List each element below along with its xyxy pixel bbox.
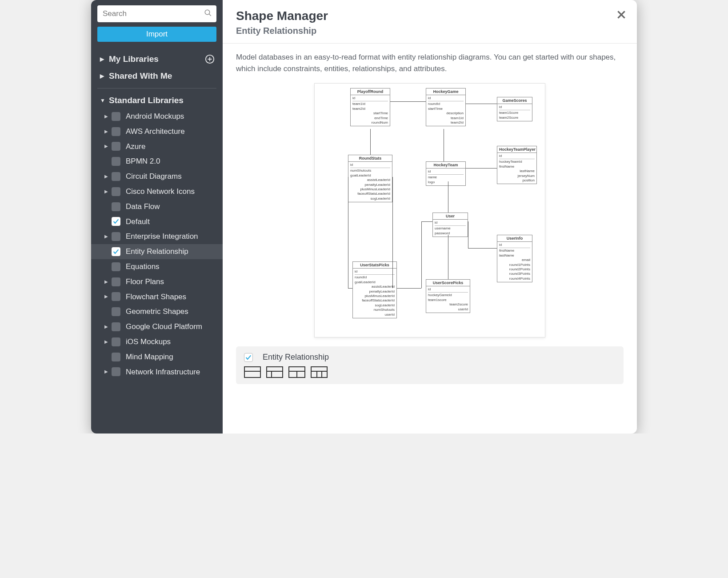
library-checkbox[interactable] [112,232,120,241]
caret-right-icon: ▶ [104,279,112,285]
library-label: Default [126,217,150,227]
section-label: Shared With Me [109,71,172,81]
entity-shape-4[interactable] [311,366,328,378]
library-item[interactable]: ▶Network Infrastructure [91,365,223,380]
er-entity: HockeyGameidroundIdstartTimedescriptiont… [426,88,466,126]
library-label: Geometric Shapes [126,306,188,317]
caret-right-icon: ▶ [104,293,112,300]
description-text: Model databases in an easy-to-read forma… [236,52,624,74]
library-label: Floor Plans [126,277,164,287]
import-button[interactable]: Import [97,27,216,42]
caret-right-icon: ▶ [104,173,112,180]
library-item[interactable]: ▶Cisco Network Icons [91,184,223,199]
library-label: Entity Relationship [126,246,188,257]
library-checkbox[interactable] [112,172,120,181]
er-entity: HockeyTeamidnamelogo [426,161,466,186]
library-checkbox[interactable] [112,353,120,361]
library-label: Google Cloud Platform [126,321,202,332]
section-standard-libraries[interactable]: ▼ Standard Libraries [91,92,223,109]
library-item[interactable]: ▶Azure [91,139,223,154]
library-checkbox[interactable] [112,112,120,121]
library-checkbox[interactable] [112,187,120,196]
library-label: Circuit Diagrams [126,171,182,182]
library-item[interactable]: Data Flow [91,199,223,214]
library-item[interactable]: Default [91,214,223,229]
library-label: BPMN 2.0 [126,156,160,167]
main-header: Shape Manager Entity Relationship [223,0,637,44]
library-tree: ▶ My Libraries ▶ Shared With Me ▼ Standa… [91,48,223,434]
library-label: Azure [126,141,145,152]
caret-right-icon: ▶ [104,189,112,195]
library-item[interactable]: ▶Circuit Diagrams [91,169,223,184]
library-item[interactable]: ▶AWS Architecture [91,124,223,139]
library-checkbox[interactable] [112,292,120,301]
shape-manager-dialog: Import ▶ My Libraries ▶ Shared With Me ▼… [91,0,637,434]
shape-group-label: Entity Relationship [263,353,329,362]
search-wrap [91,5,223,22]
er-diagram-preview: PlayoffRoundidteam1Idteam2IdstartTimeend… [314,83,545,337]
section-shared-with-me[interactable]: ▶ Shared With Me [91,68,223,84]
divider [97,88,216,88]
er-entity: UserStatsPicksidroundIdgoalLeaderIdassis… [352,261,397,318]
caret-right-icon: ▶ [104,143,112,149]
shape-icons-row [244,366,616,378]
section-my-libraries[interactable]: ▶ My Libraries [91,51,223,68]
library-item[interactable]: ▶iOS Mockups [91,334,223,349]
library-label: Cisco Network Icons [126,186,195,197]
library-checkbox[interactable] [112,217,120,226]
caret-right-icon: ▶ [100,73,106,79]
page-subtitle: Entity Relationship [236,26,624,36]
search-input[interactable] [97,5,216,22]
er-entity: UserScorePicksidhockeyGameIdteam1scorete… [426,279,470,313]
library-item[interactable]: ▶Flowchart Shapes [91,289,223,305]
entity-shape-1[interactable] [244,366,261,378]
shape-group-header: Entity Relationship [244,353,616,362]
library-checkbox[interactable] [112,247,120,256]
library-checkbox[interactable] [112,142,120,151]
library-checkbox[interactable] [112,202,120,211]
library-item[interactable]: ▶Google Cloud Platform [91,319,223,334]
caret-right-icon: ▶ [104,339,112,345]
library-checkbox[interactable] [112,262,120,271]
caret-right-icon: ▶ [104,113,112,120]
library-checkbox[interactable] [112,367,120,376]
library-checkbox[interactable] [112,322,120,331]
caret-right-icon: ▶ [104,128,112,135]
sidebar: Import ▶ My Libraries ▶ Shared With Me ▼… [91,0,223,434]
library-item[interactable]: ▶Android Mockups [91,109,223,124]
close-button[interactable] [616,9,627,22]
er-entity: Useridusernamepassword [432,213,468,237]
library-item[interactable]: ▶Floor Plans [91,274,223,289]
caret-right-icon: ▶ [104,369,112,375]
library-label: iOS Mockups [126,337,171,347]
library-checkbox[interactable] [112,127,120,136]
library-item[interactable]: Mind Mapping [91,349,223,365]
caret-right-icon: ▶ [104,233,112,240]
library-label: Android Mockups [126,111,184,122]
library-checkbox[interactable] [112,307,120,316]
library-checkbox[interactable] [112,157,120,166]
library-checkbox[interactable] [112,337,120,346]
section-label: My Libraries [109,54,159,64]
main-body: Model databases in an easy-to-read forma… [223,44,637,434]
shape-group-checkbox[interactable] [244,353,253,362]
library-item[interactable]: Geometric Shapes [91,304,223,319]
library-label: AWS Architecture [126,126,185,137]
add-library-button[interactable] [205,54,215,64]
library-item[interactable]: ▶Enterprise Integration [91,229,223,244]
entity-shape-2[interactable] [266,366,283,378]
er-entity: UserInfoidfirstNamelastNameemailround1Po… [497,235,532,282]
library-checkbox[interactable] [112,277,120,286]
library-label: Data Flow [126,201,160,212]
library-item[interactable]: BPMN 2.0 [91,154,223,169]
page-title: Shape Manager [236,9,624,23]
er-entity: RoundStatsidnumShutoutsgoalLeaderIdassis… [348,155,392,202]
library-item[interactable]: Equations [91,259,223,274]
library-label: Mind Mapping [126,352,173,362]
section-label: Standard Libraries [109,96,184,105]
library-label: Network Infrastructure [126,367,200,377]
er-entity: GameScoresidteam1Scoreteam2Score [497,97,532,121]
library-item[interactable]: Entity Relationship [91,244,223,259]
entity-shape-3[interactable] [288,366,305,378]
caret-down-icon: ▼ [100,97,106,104]
